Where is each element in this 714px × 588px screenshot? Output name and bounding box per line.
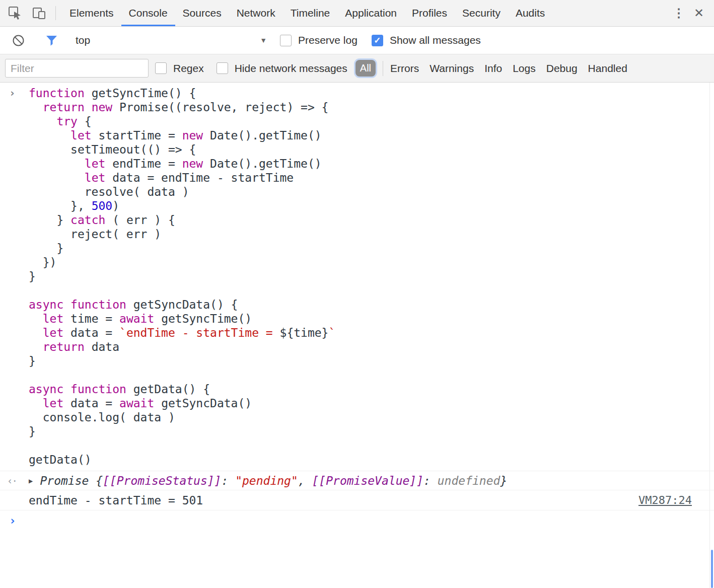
expand-triangle-icon[interactable]: ▶: [29, 477, 33, 485]
inspect-cursor-icon: [8, 6, 22, 20]
tab-application[interactable]: Application: [337, 0, 404, 26]
show-all-messages-label: Show all messages: [390, 34, 481, 46]
tab-security[interactable]: Security: [455, 0, 508, 26]
code-line: }: [29, 269, 714, 283]
code-line: console.log( data ): [29, 410, 714, 424]
promise-preview: Promise {[[PromiseStatus]]: "pending", […: [40, 474, 507, 487]
close-devtools-button[interactable]: ✕: [689, 0, 709, 26]
devtools-tabbar: ElementsConsoleSourcesNetworkTimelineApp…: [0, 0, 714, 27]
tab-strip: ElementsConsoleSourcesNetworkTimelineApp…: [62, 0, 552, 26]
prompt-chevron-icon: ›: [0, 514, 16, 527]
checkmark-icon: ✓: [374, 35, 381, 46]
log-message: endTime - startTime = 501: [29, 494, 638, 507]
result-arrow-icon: ‹·: [0, 475, 29, 486]
tab-audits[interactable]: Audits: [508, 0, 552, 26]
level-filter-warnings[interactable]: Warnings: [430, 62, 474, 75]
console-messages-area[interactable]: › function getSyncTime() { return new Pr…: [0, 83, 714, 588]
execution-context-selector[interactable]: top ▼: [76, 34, 267, 46]
console-toolbar: top ▼ Preserve log ✓ Show all messages: [0, 27, 714, 54]
devtools-window: ElementsConsoleSourcesNetworkTimelineApp…: [0, 0, 714, 588]
code-line: [29, 438, 714, 453]
code-line: resolve( data ): [29, 185, 714, 199]
regex-checkbox[interactable]: Regex: [155, 62, 204, 75]
clear-console-icon: [12, 34, 25, 47]
code-line: }: [29, 354, 714, 368]
tab-timeline[interactable]: Timeline: [283, 0, 338, 26]
scrollbar-track[interactable]: [709, 83, 714, 588]
preserve-log-label: Preserve log: [298, 34, 358, 46]
checkbox-unchecked-icon: [280, 35, 292, 46]
kebab-menu-icon: ⋮: [673, 6, 685, 20]
command-chevron-icon: ›: [0, 86, 29, 467]
filter-input[interactable]: [5, 59, 149, 78]
code-line: let data = endTime - startTime: [29, 171, 714, 185]
device-mode-icon: [32, 6, 46, 20]
tab-elements[interactable]: Elements: [62, 0, 121, 26]
filter-button[interactable]: [41, 34, 61, 47]
console-result-entry: ‹· ▶ Promise {[[PromiseStatus]]: "pendin…: [0, 471, 714, 490]
code-line: reject( err ): [29, 227, 714, 241]
code-line: let startTime = new Date().getTime(): [29, 128, 714, 142]
chevron-down-icon: ▼: [260, 36, 267, 44]
code-line: let time = await getSyncTime(): [29, 312, 714, 326]
level-filter-logs[interactable]: Logs: [513, 62, 536, 75]
source-location-link[interactable]: VM287:24: [638, 494, 692, 506]
filter-funnel-icon: [45, 34, 58, 47]
code-line: async function getSyncData() {: [29, 298, 714, 312]
tab-profiles[interactable]: Profiles: [404, 0, 455, 26]
code-line: [29, 368, 714, 382]
code-line: }: [29, 424, 714, 438]
code-line: async function getData() {: [29, 382, 714, 396]
device-toolbar-button[interactable]: [29, 0, 49, 26]
console-filter-bar: Regex Hide network messages All ErrorsWa…: [0, 54, 714, 83]
console-input-code: function getSyncTime() { return new Prom…: [29, 86, 714, 467]
code-line: try {: [29, 114, 714, 128]
code-line: return new Promise((resolve, reject) => …: [29, 100, 714, 114]
tab-console[interactable]: Console: [121, 0, 175, 26]
more-options-button[interactable]: ⋮: [669, 0, 689, 26]
console-command-entry: › function getSyncTime() { return new Pr…: [0, 83, 714, 471]
checkbox-checked-icon: ✓: [372, 35, 383, 46]
code-line: setTimeout(() => {: [29, 142, 714, 157]
code-line: getData(): [29, 453, 714, 467]
console-log-entry: endTime - startTime = 501 VM287:24: [0, 490, 714, 510]
checkbox-unchecked-icon: [155, 62, 167, 74]
execution-context-label: top: [76, 34, 90, 46]
console-prompt[interactable]: ›: [0, 510, 714, 531]
code-line: [29, 283, 714, 298]
tabbar-spacer: [552, 0, 669, 26]
code-line: }): [29, 255, 714, 269]
inspect-element-button[interactable]: [5, 0, 25, 26]
level-filter-handled[interactable]: Handled: [588, 62, 627, 75]
code-line: let data = await getSyncData(): [29, 396, 714, 410]
filter-divider: [383, 61, 383, 76]
show-all-messages-checkbox[interactable]: ✓ Show all messages: [372, 34, 481, 46]
code-line: let endTime = new Date().getTime(): [29, 157, 714, 171]
code-line: }, 500): [29, 199, 714, 213]
tab-sources[interactable]: Sources: [175, 0, 229, 26]
level-filter-info[interactable]: Info: [484, 62, 502, 75]
scrollbar-thumb[interactable]: [711, 550, 713, 588]
code-line: let data = `endTime - startTime = ${time…: [29, 326, 714, 340]
code-line: return data: [29, 340, 714, 354]
level-filter-errors[interactable]: Errors: [390, 62, 419, 75]
hide-network-messages-label: Hide network messages: [235, 62, 347, 75]
code-line: } catch ( err ) {: [29, 213, 714, 227]
level-filter-debug[interactable]: Debug: [546, 62, 578, 75]
hide-network-messages-checkbox[interactable]: Hide network messages: [217, 62, 347, 75]
code-line: }: [29, 241, 714, 255]
code-line: function getSyncTime() {: [29, 86, 714, 100]
preserve-log-checkbox[interactable]: Preserve log: [280, 34, 358, 46]
checkbox-unchecked-icon: [217, 62, 228, 74]
close-icon: ✕: [694, 6, 704, 20]
toolbar-divider: [55, 6, 56, 20]
clear-console-button[interactable]: [8, 34, 28, 47]
regex-label: Regex: [173, 62, 204, 75]
level-filters: ErrorsWarningsInfoLogsDebugHandled: [390, 62, 627, 75]
tab-network[interactable]: Network: [229, 0, 283, 26]
level-filter-all-badge[interactable]: All: [355, 60, 376, 77]
